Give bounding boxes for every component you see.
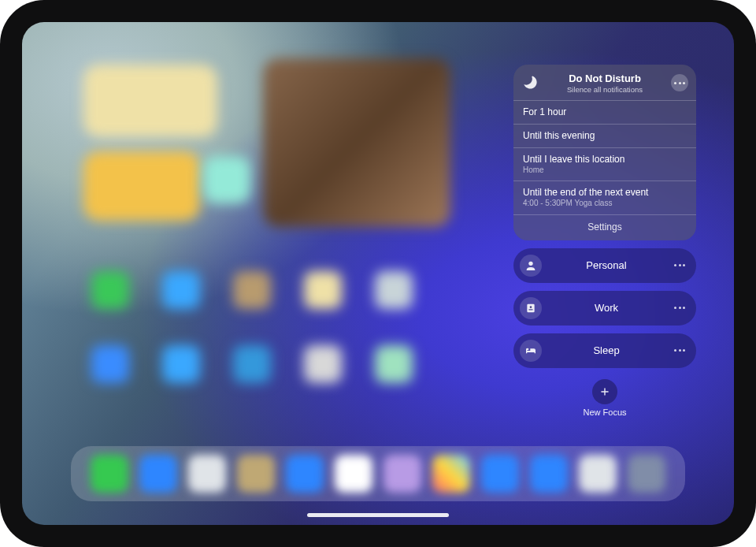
- dnd-subtitle: Silence all notifications: [545, 85, 665, 94]
- focus-mode-label: Personal: [550, 259, 663, 271]
- dnd-option-label: For 1 hour: [523, 106, 687, 118]
- ipad-frame: Do Not Disturb Silence all notifications…: [0, 0, 756, 547]
- dnd-option-until-leave-location[interactable]: Until I leave this location Home: [513, 147, 696, 181]
- dnd-option-label: Until I leave this location: [523, 154, 687, 166]
- bed-icon: [520, 340, 542, 362]
- dnd-option-sub: Home: [523, 166, 687, 176]
- dnd-settings-link[interactable]: Settings: [513, 214, 696, 240]
- focus-panel: Do Not Disturb Silence all notifications…: [513, 65, 696, 417]
- svg-rect-3: [528, 309, 532, 310]
- svg-point-0: [528, 262, 532, 266]
- focus-mode-more-button[interactable]: [671, 307, 688, 309]
- badge-icon: [520, 297, 542, 319]
- widget-yellow-blur: [83, 151, 200, 221]
- focus-mode-personal[interactable]: Personal: [513, 248, 696, 283]
- settings-label: Settings: [587, 221, 621, 233]
- dnd-more-button[interactable]: [671, 74, 688, 91]
- dnd-option-until-next-event[interactable]: Until the end of the next event 4:00 - 5…: [513, 180, 696, 214]
- dnd-option-for-1-hour[interactable]: For 1 hour: [513, 100, 696, 124]
- new-focus: New Focus: [583, 379, 626, 417]
- ellipsis-icon: [674, 264, 685, 266]
- new-focus-label: New Focus: [583, 407, 626, 417]
- widget-teal-blur: [203, 156, 250, 203]
- ellipsis-icon: [674, 307, 685, 309]
- focus-mode-label: Work: [550, 302, 663, 314]
- focus-mode-label: Sleep: [550, 344, 663, 356]
- focus-mode-sleep[interactable]: Sleep: [513, 333, 696, 368]
- do-not-disturb-header[interactable]: Do Not Disturb Silence all notifications: [513, 65, 696, 100]
- home-indicator[interactable]: [307, 513, 449, 517]
- person-icon: [520, 255, 542, 277]
- svg-point-2: [530, 306, 532, 308]
- widget-photo-blur: [263, 58, 450, 227]
- homescreen-row-2: [91, 345, 413, 383]
- dnd-option-label: Until the end of the next event: [523, 187, 687, 199]
- ellipsis-icon: [674, 349, 685, 352]
- widget-notes-blur: [83, 65, 217, 137]
- dnd-option-label: Until this evening: [523, 130, 687, 142]
- dock: [71, 446, 685, 501]
- ellipsis-icon: [674, 82, 685, 84]
- do-not-disturb-card: Do Not Disturb Silence all notifications…: [513, 65, 696, 240]
- homescreen-row-1: [91, 271, 413, 309]
- dnd-option-sub: 4:00 - 5:30PM Yoga class: [523, 199, 687, 209]
- moon-icon: [521, 74, 539, 91]
- new-focus-button[interactable]: [592, 379, 617, 404]
- dnd-title: Do Not Disturb: [545, 73, 665, 85]
- dnd-option-until-evening[interactable]: Until this evening: [513, 124, 696, 147]
- plus-icon: [599, 386, 610, 397]
- focus-mode-more-button[interactable]: [671, 349, 688, 352]
- ipad-screen: Do Not Disturb Silence all notifications…: [22, 22, 734, 525]
- focus-mode-more-button[interactable]: [671, 264, 688, 266]
- focus-mode-work[interactable]: Work: [513, 291, 696, 326]
